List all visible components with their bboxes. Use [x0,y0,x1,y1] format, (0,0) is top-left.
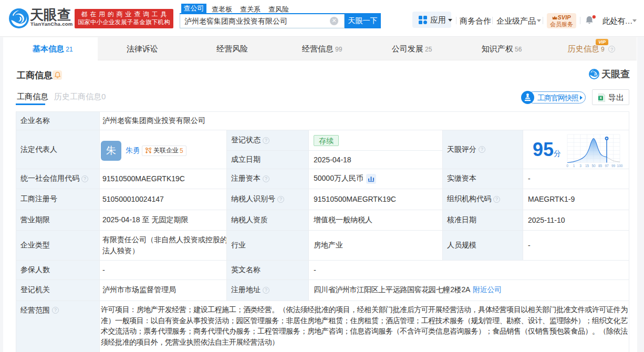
svg-text:0: 0 [566,164,568,168]
svg-text:50: 50 [591,164,596,168]
svg-text:100: 100 [617,164,623,168]
svg-text:97: 97 [605,164,609,168]
svg-text:85: 85 [598,164,603,168]
svg-text:99: 99 [611,164,616,168]
svg-text:1: 1 [573,164,575,168]
svg-text:15: 15 [585,164,589,168]
svg-text:X: X [599,96,602,100]
svg-text:3: 3 [579,164,581,168]
